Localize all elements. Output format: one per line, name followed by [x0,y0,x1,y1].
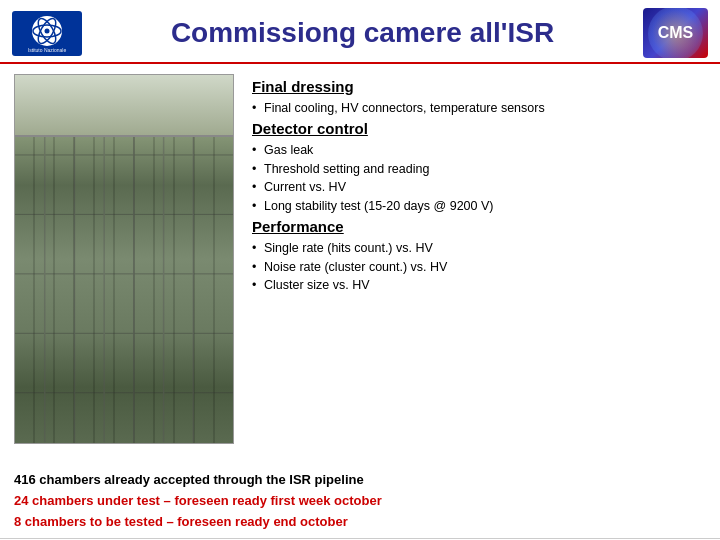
cms-logo: CMS [643,8,708,58]
slide: Istituto Nazionale Commissiong camere al… [0,0,720,540]
bullet-item: Noise rate (cluster count.) vs. HV [252,258,702,277]
slide-title: Commissiong camere all'ISR [82,17,643,49]
final-dressing-section: Final dressing Final cooling, HV connect… [252,78,702,118]
bullet-item: Long stability test (15-20 days @ 9200 V… [252,197,702,216]
bullet-item: Final cooling, HV connectors, temperatur… [252,99,702,118]
infn-logo: Istituto Nazionale [12,11,82,56]
bottom-line3: 8 chambers to be tested – foreseen ready… [14,512,382,533]
detector-control-bullets: Gas leak Threshold setting and reading C… [252,141,702,216]
bullet-item: Gas leak [252,141,702,160]
chamber-image-inner [15,75,233,443]
bottom-text-block: 416 chambers already accepted through th… [14,470,382,532]
performance-title: Performance [252,218,702,235]
bottom-area: 416 chambers already accepted through th… [0,464,720,538]
performance-section: Performance Single rate (hits count.) vs… [252,218,702,295]
main-content: Final dressing Final cooling, HV connect… [0,64,720,464]
final-dressing-title: Final dressing [252,78,702,95]
bottom-line1: 416 chambers already accepted through th… [14,470,382,491]
detector-control-section: Detector control Gas leak Threshold sett… [252,120,702,216]
bottom-line2: 24 chambers under test – foreseen ready … [14,491,382,512]
bullet-item: Cluster size vs. HV [252,276,702,295]
svg-text:Istituto Nazionale: Istituto Nazionale [28,47,67,53]
bullet-item: Single rate (hits count.) vs. HV [252,239,702,258]
detector-control-title: Detector control [252,120,702,137]
bullet-item: Threshold setting and reading [252,160,702,179]
svg-point-5 [45,28,50,33]
performance-bullets: Single rate (hits count.) vs. HV Noise r… [252,239,702,295]
chamber-photo [14,74,234,444]
text-content: Final dressing Final cooling, HV connect… [248,74,706,454]
cms-label: CMS [658,24,694,42]
bullet-item: Current vs. HV [252,178,702,197]
header: Istituto Nazionale Commissiong camere al… [0,0,720,64]
final-dressing-bullets: Final cooling, HV connectors, temperatur… [252,99,702,118]
